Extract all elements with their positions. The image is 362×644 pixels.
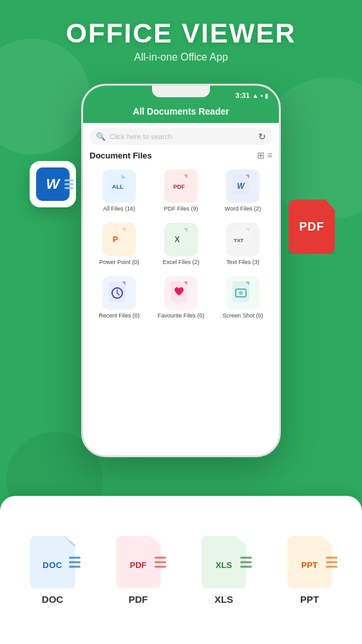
section-header: Document Files ⊞ ≡: [90, 150, 272, 160]
view-toggle[interactable]: ⊞ ≡: [257, 150, 272, 160]
app-main-title: OFFICE VIEWER: [0, 18, 362, 49]
signal-icon: ▲: [252, 92, 259, 99]
doc-line-2: [69, 561, 81, 563]
ppt-line-1: [326, 556, 338, 558]
floating-pdf-icon: PDF: [289, 200, 335, 254]
excel-files-icon: X: [164, 223, 198, 256]
ppt-format-name: PPT: [300, 594, 319, 605]
list-item[interactable]: W Word Files (2): [213, 166, 272, 216]
format-item-xls[interactable]: XLS XLS: [184, 536, 263, 605]
text-files-icon: TXT: [226, 223, 260, 256]
xls-line-1: [240, 556, 252, 558]
app-bar: All Documents Reader: [83, 102, 279, 123]
ppt-lines: [326, 556, 338, 567]
ppt-line-2: [326, 561, 338, 563]
ppt-files-icon: P: [102, 223, 136, 256]
status-icons: ▲ ▪ ▮: [252, 92, 269, 99]
word-line-1: [64, 180, 73, 182]
floating-pdf-text: PDF: [300, 220, 325, 234]
word-line-2: [64, 184, 73, 185]
recent-files-label: Recent Files (0): [99, 312, 140, 319]
svg-text:X: X: [175, 235, 180, 244]
all-files-icon: ALL: [102, 169, 136, 203]
search-bar[interactable]: 🔍 Click here to search ↻: [90, 128, 272, 145]
word-files-label: Word Files (2): [225, 205, 261, 213]
fav-files-label: Favourite Files (0): [158, 312, 205, 319]
ppt-line-3: [326, 565, 338, 567]
format-item-pdf[interactable]: PDF PDF: [99, 536, 178, 605]
list-item[interactable]: P Power Point (0): [90, 219, 149, 270]
list-view-button[interactable]: ≡: [267, 150, 272, 160]
pdf-line-2: [155, 561, 166, 563]
phone-notch: [152, 86, 210, 97]
content-area: 🔍 Click here to search ↻ Document Files …: [83, 123, 279, 455]
ppt-files-label: Power Point (0): [99, 259, 139, 266]
pdf-lines: [155, 556, 166, 567]
list-item[interactable]: Recent Files (0): [90, 272, 149, 323]
grid-view-button[interactable]: ⊞: [257, 150, 265, 160]
pdf-format-name: PDF: [129, 594, 148, 605]
pdf-line-3: [155, 565, 166, 567]
pdf-line-1: [155, 556, 166, 558]
svg-text:ALL: ALL: [112, 184, 124, 190]
battery-icon: ▮: [265, 92, 269, 99]
phone-mockup: 3:31 ▲ ▪ ▮ All Documents Reader 🔍 Click …: [81, 84, 281, 457]
list-item[interactable]: Favourite Files (0): [151, 272, 211, 323]
xls-line-2: [240, 561, 252, 563]
status-time: 3:31: [236, 91, 250, 99]
svg-text:W: W: [237, 182, 245, 191]
doc-line-1: [69, 556, 81, 558]
xls-format-name: XLS: [214, 594, 233, 605]
svg-text:PDF: PDF: [173, 184, 186, 190]
list-item[interactable]: X Excel Files (2): [151, 219, 211, 270]
xls-line-3: [240, 565, 252, 567]
search-icon: 🔍: [96, 132, 106, 141]
screenshot-files-label: Screen Shot (0): [222, 312, 263, 319]
header-section: OFFICE VIEWER All-in-one Office App: [0, 18, 362, 63]
pdf-bottom-icon-label: PDF: [130, 560, 147, 570]
refresh-icon[interactable]: ↻: [258, 131, 266, 142]
fav-files-icon: [164, 276, 198, 310]
list-item[interactable]: Screen Shot (0): [213, 272, 272, 323]
pdf-files-icon: PDF: [164, 169, 198, 203]
bottom-section: DOC DOC PDF: [0, 496, 362, 644]
xls-bottom-icon-label: XLS: [216, 560, 232, 570]
svg-text:P: P: [113, 235, 118, 244]
list-item[interactable]: PDF PDF Files (9): [151, 166, 211, 216]
doc-icon-label: DOC: [43, 560, 62, 570]
wifi-icon: ▪: [260, 92, 263, 99]
format-grid: DOC DOC PDF: [13, 536, 349, 605]
doc-line-3: [69, 565, 81, 567]
svg-point-26: [239, 291, 243, 295]
app-bar-title: All Documents Reader: [91, 106, 271, 117]
excel-files-label: Excel Files (2): [162, 259, 199, 266]
doc-lines: [69, 556, 81, 567]
xls-lines: [240, 556, 252, 567]
screenshot-files-icon: [226, 276, 260, 310]
svg-text:TXT: TXT: [234, 238, 243, 243]
all-files-label: All Files (16): [103, 205, 135, 213]
recent-files-icon: [102, 276, 136, 310]
doc-format-name: DOC: [42, 594, 63, 605]
text-files-label: Text Files (3): [226, 259, 260, 266]
ppt-bottom-icon-label: PPT: [301, 560, 318, 570]
app-sub-title: All-in-one Office App: [0, 52, 362, 63]
word-line-3: [64, 187, 73, 189]
format-item-doc[interactable]: DOC DOC: [13, 536, 92, 605]
file-grid: ALL All Files (16) PDF PDF Files (9): [90, 166, 272, 323]
format-item-ppt[interactable]: PPT PPT: [270, 536, 349, 605]
floating-word-icon: W: [30, 161, 76, 207]
list-item[interactable]: ALL All Files (16): [90, 166, 149, 216]
word-files-icon: W: [226, 169, 260, 203]
pdf-files-label: PDF Files (9): [164, 205, 198, 213]
search-placeholder-text: Click here to search: [110, 133, 258, 140]
word-icon-lines: [64, 180, 73, 189]
list-item[interactable]: TXT Text Files (3): [213, 219, 272, 270]
section-title: Document Files: [90, 151, 152, 160]
word-w-letter: W: [46, 176, 60, 193]
